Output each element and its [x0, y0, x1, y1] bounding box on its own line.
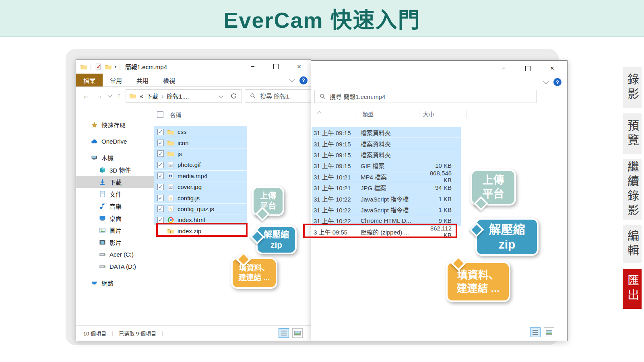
checkbox[interactable]: ✓	[157, 140, 164, 146]
checkbox[interactable]: ✓	[157, 195, 164, 201]
select-all-checkbox[interactable]: ✓	[157, 111, 163, 118]
checkbox[interactable]: ✓	[157, 206, 164, 212]
sidebar-item-label: 文件	[109, 190, 122, 198]
file-row-media.mp4[interactable]: ✓media.mp4	[154, 171, 247, 181]
folder-icon	[167, 139, 174, 146]
type-cell: JavaScript 指令檔	[361, 206, 425, 214]
ribbon-collapse-icon[interactable]	[543, 79, 549, 84]
refresh-button[interactable]	[226, 89, 242, 103]
sidebar-item-網路[interactable]: 網路	[76, 277, 154, 289]
file-row[interactable]: 31 上午 10:21JPG 檔案94 KB	[312, 182, 461, 193]
sidebar-item-文件[interactable]: 文件	[76, 188, 154, 200]
close-button[interactable]: ×	[548, 64, 557, 72]
help-icon[interactable]: ?	[299, 76, 308, 84]
ribbon-tab-檔案[interactable]: 檔案	[76, 74, 103, 86]
address-bar[interactable]: « 下載 › 簡報1....	[126, 89, 226, 103]
thumbnail-view-button[interactable]	[292, 328, 303, 338]
type-column-header[interactable]: 類型	[362, 110, 374, 118]
media-file-icon	[167, 172, 174, 179]
file-row[interactable]: 31 上午 10:22JavaScript 指令檔1 KB	[312, 193, 461, 204]
type-cell: MP4 檔案	[361, 173, 425, 181]
sidebar-item-音樂[interactable]: 音樂	[76, 200, 154, 212]
side-menu-編輯[interactable]: 編輯	[623, 225, 642, 263]
sidebar-item-label: 圖片	[109, 226, 122, 234]
sidebar-item-快速存取[interactable]: 快速存取	[76, 119, 154, 131]
search-input[interactable]: 搜尋 簡報1.ecm.mp4	[314, 90, 537, 103]
sidebar-item-桌面[interactable]: 桌面	[76, 212, 154, 224]
sidebar-item-DATA (D:)[interactable]: DATA (D:)	[76, 260, 154, 272]
sidebar-item-label: 下載	[109, 178, 122, 186]
size-column-header[interactable]: 大小	[423, 110, 434, 118]
breadcrumb-folder[interactable]: 簡報1....	[167, 92, 189, 100]
qat-dropdown-icon[interactable]: ▾	[115, 65, 117, 69]
side-menu-繼續錄影[interactable]: 繼續錄影	[623, 159, 642, 220]
sidebar-item-下載[interactable]: 下載	[76, 176, 154, 188]
file-row-cover.jpg[interactable]: ✓cover.jpg	[154, 181, 247, 192]
thumbnail-view-button[interactable]	[544, 327, 554, 337]
type-cell: Chrome HTML D...	[361, 217, 425, 224]
minimize-button[interactable]: −	[499, 64, 508, 72]
address-dropdown-icon[interactable]	[219, 93, 223, 98]
callout-fill-data: 填資料、 建連結 ...	[446, 261, 510, 302]
maximize-button[interactable]	[525, 66, 530, 71]
file-row-icon[interactable]: ✓icon	[154, 137, 247, 148]
details-view-button[interactable]	[530, 327, 541, 337]
properties-check-icon[interactable]	[95, 63, 102, 70]
breadcrumb-downloads[interactable]: 下載	[146, 92, 158, 100]
checkbox[interactable]: ✓	[157, 150, 164, 157]
file-row[interactable]: 31 上午 10:21MP4 檔案868,546 KB	[312, 171, 461, 182]
close-button[interactable]: ×	[295, 63, 303, 71]
file-row-config.js[interactable]: ✓Sconfig.js	[154, 192, 247, 203]
ribbon-tab-常用[interactable]: 常用	[103, 74, 129, 86]
checkbox[interactable]: ✓	[157, 129, 164, 135]
folder-icon	[167, 128, 174, 136]
sidebar-item-label: 影片	[109, 238, 122, 247]
sidebar-item-圖片[interactable]: 圖片	[76, 224, 154, 236]
side-menu-預覽[interactable]: 預覽	[623, 113, 642, 154]
sidebar-item-label: 網路	[101, 279, 114, 287]
search-input[interactable]: 搜尋 簡報1.	[245, 89, 311, 103]
file-row[interactable]: 31 上午 09:15檔案資料夾	[312, 138, 461, 149]
details-view-button[interactable]	[279, 328, 289, 338]
sidebar-item-本機[interactable]: 本機	[76, 152, 154, 164]
checkbox[interactable]: ✓	[157, 217, 164, 223]
sidebar-item-Acer (C:)[interactable]: Acer (C:)	[76, 248, 154, 260]
file-row-photo.gif[interactable]: ✓photo.gif	[154, 159, 247, 170]
file-row-js[interactable]: ✓js	[154, 148, 247, 159]
file-row[interactable]: 31 上午 10:22JavaScript 指令檔1 KB	[312, 204, 461, 215]
new-folder-icon[interactable]	[105, 63, 112, 70]
sort-ascending-icon	[317, 111, 321, 115]
ribbon-tab-檢視[interactable]: 檢視	[156, 74, 182, 86]
sidebar-item-label: 桌面	[109, 214, 122, 222]
side-menu-匯出[interactable]: 匯出	[623, 269, 642, 309]
up-button[interactable]: ↑	[117, 92, 121, 100]
sidebar-item-影片[interactable]: 影片	[76, 236, 154, 248]
side-menu-錄影[interactable]: 錄影	[623, 67, 642, 108]
forward-button[interactable]: →	[95, 92, 103, 100]
callout-line: zip	[270, 240, 282, 250]
breadcrumb-ellipsis[interactable]: «	[140, 93, 143, 99]
sidebar-item-OneDrive[interactable]: OneDrive	[76, 135, 154, 147]
ribbon-tab-共用[interactable]: 共用	[129, 74, 156, 86]
checkbox[interactable]: ✓	[157, 184, 164, 190]
svg-text:S: S	[169, 196, 172, 200]
back-button[interactable]: ←	[83, 92, 90, 100]
pictures-icon	[99, 227, 106, 234]
date-cell: 31 上午 10:22	[312, 206, 361, 214]
file-row[interactable]: 31 上午 09:15檔案資料夾	[312, 127, 461, 138]
sidebar-item-label: Acer (C:)	[109, 251, 134, 258]
checkbox[interactable]: ✓	[157, 173, 164, 179]
minimize-button[interactable]: −	[248, 63, 257, 71]
name-column-header[interactable]: 名稱	[170, 111, 181, 119]
highlight-box-zip-window1	[156, 223, 248, 237]
thumbnail-view-icon	[546, 330, 552, 335]
sidebar-item-3D 物件[interactable]: 3D 物件	[76, 164, 154, 176]
file-row-config_quiz.js[interactable]: ✓Sconfig_quiz.js	[154, 204, 247, 214]
maximize-button[interactable]	[273, 64, 279, 69]
recent-locations-icon[interactable]	[107, 93, 112, 97]
file-row-css[interactable]: ✓css	[154, 126, 247, 137]
help-icon[interactable]: ?	[553, 78, 561, 86]
ribbon-collapse-icon[interactable]	[289, 77, 295, 82]
checkbox[interactable]: ✓	[157, 162, 164, 168]
file-row[interactable]: 31 上午 09:15檔案資料夾	[312, 149, 461, 160]
